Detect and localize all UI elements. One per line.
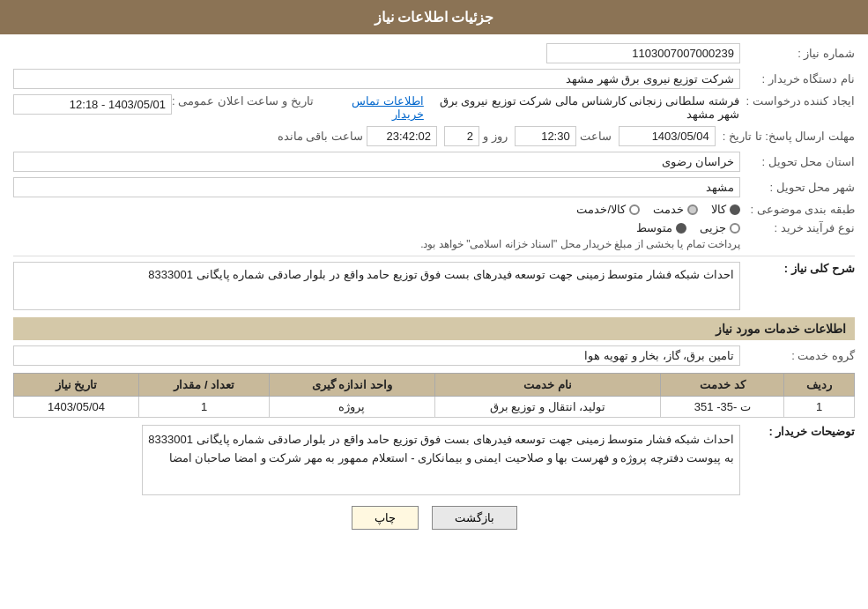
nam-dastgah-value: شرکت توزیع نیروی برق شهر مشهد <box>13 69 740 89</box>
mohlat-baqi-label: ساعت باقی مانده <box>278 130 363 143</box>
cell-kod: ت -35- 351 <box>661 397 784 418</box>
cell-vahed: پروژه <box>270 397 434 418</box>
cell-tarikh: 1403/05/04 <box>14 397 139 418</box>
tarikh-elam-label: تاریخ و ساعت اعلان عمومی : <box>172 94 314 108</box>
nooe-jazyi-radio <box>730 223 740 234</box>
page-title: جزئیات اطلاعات نیاز <box>375 10 494 25</box>
mohlat-date: 1403/05/04 <box>619 126 716 146</box>
tabaqe-radio-group: کالا خدمت کالا/خدمت <box>576 203 740 216</box>
mohlat-saat: 12:30 <box>515 126 576 146</box>
nooe-motavasset[interactable]: متوسط <box>636 221 686 234</box>
shomare-niaz-label: شماره نیاز : <box>740 47 855 60</box>
tabaqe-kala-khadamat-radio <box>629 204 640 215</box>
col-nam: نام خدمت <box>434 374 661 397</box>
tabaqe-kala-khadamat-label: کالا/خدمت <box>576 203 626 216</box>
mohlat-roz-label: روز و <box>483 130 508 143</box>
nooe-jazyi[interactable]: جزیی <box>700 221 740 234</box>
tawzih-value: احداث شبکه فشار متوسط زمینی جهت توسعه فی… <box>142 425 740 495</box>
gorohe-khadamat-value: تامین برق، گاز، بخار و تهویه هوا <box>13 345 740 366</box>
mohlat-saat-label: ساعت <box>580 130 612 143</box>
shahr-label: شهر محل تحویل : <box>740 181 855 194</box>
page-header: جزئیات اطلاعات نیاز <box>0 0 868 34</box>
sharh-label: شرح کلی نیاز : <box>740 262 855 275</box>
ijad-value: فرشته سلطانی زنجانی کارشناس مالی شرکت تو… <box>431 94 739 121</box>
nooe-motavasset-label: متوسط <box>636 221 672 234</box>
sharh-value: احداث شبکه فشار متوسط زمینی جهت توسعه فی… <box>13 262 740 310</box>
mohlat-baqi: 23:42:02 <box>367 126 437 146</box>
tabaqe-kala-radio <box>730 204 740 215</box>
shahr-value: مشهد <box>13 177 740 197</box>
col-vahed: واحد اندازه گیری <box>270 374 434 397</box>
nooe-farayand-note: پرداخت تمام یا بخشی از مبلغ خریدار محل "… <box>13 238 740 250</box>
khadamat-table-container: ردیف کد خدمت نام خدمت واحد اندازه گیری ت… <box>13 373 855 418</box>
nooe-jazyi-label: جزیی <box>700 221 726 234</box>
cell-tedad: 1 <box>138 397 269 418</box>
ijad-label: ایجاد کننده درخواست : <box>739 94 855 108</box>
col-tarikh: تاریخ نیاز <box>14 374 139 397</box>
tawzih-label: توضیحات خریدار : <box>740 425 855 438</box>
shomare-niaz-value: 1103007007000239 <box>546 43 740 63</box>
table-row: 1 ت -35- 351 تولید، انتقال و توزیع برق پ… <box>14 397 855 418</box>
nooe-farayand-radio-group: جزیی متوسط <box>13 221 740 234</box>
mohlat-label: مهلت ارسال پاسخ: تا تاریخ : <box>716 130 855 143</box>
tabaqe-khadamat-label: خدمت <box>653 203 684 216</box>
cell-radif: 1 <box>784 397 855 418</box>
khadamat-section-header: اطلاعات خدمات مورد نیاز <box>13 317 855 340</box>
col-radif: ردیف <box>784 374 855 397</box>
tarikh-elam-value: 1403/05/01 - 12:18 <box>13 94 172 115</box>
tabaqe-label: طبقه بندی موضوعی : <box>740 203 855 216</box>
col-kod: کد خدمت <box>661 374 784 397</box>
nooe-motavasset-radio <box>676 223 686 234</box>
buttons-container: بازگشت چاپ <box>13 506 855 530</box>
khadamat-table: ردیف کد خدمت نام خدمت واحد اندازه گیری ت… <box>13 373 855 418</box>
print-button[interactable]: چاپ <box>352 506 419 530</box>
tabaqe-kala-label: کالا <box>711 203 726 216</box>
col-tedad: تعداد / مقدار <box>138 374 269 397</box>
nam-dastgah-label: نام دستگاه خریدار : <box>740 72 855 85</box>
table-header-row: ردیف کد خدمت نام خدمت واحد اندازه گیری ت… <box>14 374 855 397</box>
tabaqe-khadamat-radio <box>687 204 698 215</box>
ijad-link[interactable]: اطلاعات تماس خریدار <box>331 94 424 121</box>
ostan-label: استان محل تحویل : <box>740 155 855 168</box>
nooe-farayand-label: نوع فرآیند خرید : <box>740 221 855 234</box>
back-button[interactable]: بازگشت <box>432 506 517 530</box>
gorohe-khadamat-label: گروه خدمت : <box>740 349 855 362</box>
mohlat-roz: 2 <box>444 126 479 146</box>
tabaqe-kala[interactable]: کالا <box>711 203 740 216</box>
tabaqe-kala-khadamat[interactable]: کالا/خدمت <box>576 203 640 216</box>
cell-nam: تولید، انتقال و توزیع برق <box>434 397 661 418</box>
ostan-value: خراسان رضوی <box>13 152 740 172</box>
tabaqe-khadamat[interactable]: خدمت <box>653 203 698 216</box>
